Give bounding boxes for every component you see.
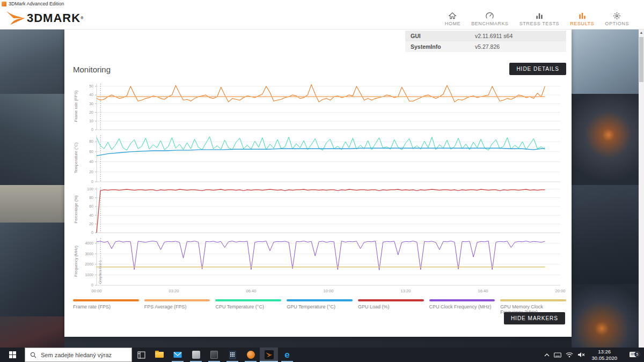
taskbar-app-task-view[interactable] bbox=[132, 348, 150, 362]
legend-label: CPU Temperature (°C) bbox=[215, 304, 281, 309]
chart-percentage: 020406080100Percentage (%) bbox=[72, 184, 567, 235]
legend-item: GPU Load (%) bbox=[358, 299, 424, 315]
svg-text:0: 0 bbox=[91, 283, 93, 287]
windows-logo-icon bbox=[9, 351, 16, 358]
svg-text:4000: 4000 bbox=[85, 241, 93, 245]
legend-item: GPU Temperature (°C) bbox=[287, 299, 353, 315]
monitoring-charts: 01020304050Frame rate (FPS)020406080Temp… bbox=[72, 80, 567, 287]
taskbar-app-gpu-z[interactable] bbox=[205, 348, 223, 362]
hide-markers-button[interactable]: HIDE MARKERS bbox=[504, 312, 565, 324]
nav-home[interactable]: HOME bbox=[445, 11, 460, 26]
svg-text:50: 50 bbox=[89, 84, 93, 88]
info-label: SystemInfo bbox=[405, 43, 475, 50]
hide-details-button[interactable]: HIDE DETAILS bbox=[509, 63, 566, 75]
svg-text:20: 20 bbox=[89, 170, 93, 174]
results-icon bbox=[578, 11, 587, 20]
background-screenshot-tile bbox=[0, 316, 64, 348]
svg-text:2000: 2000 bbox=[85, 262, 93, 266]
nav-options[interactable]: OPTIONS bbox=[605, 11, 629, 26]
background-screenshot-tile bbox=[572, 185, 639, 284]
nav-label: STRESS TESTS bbox=[519, 21, 560, 26]
nav-label: HOME bbox=[445, 21, 460, 26]
taskbar-app-photos[interactable] bbox=[187, 348, 205, 362]
volume-muted-icon[interactable] bbox=[577, 352, 585, 358]
taskbar-app-calculator[interactable] bbox=[223, 348, 241, 362]
svg-text:0: 0 bbox=[91, 128, 93, 131]
window-title-bar: 3DMark Advanced Edition bbox=[0, 0, 644, 8]
legend-color-bar bbox=[73, 299, 139, 301]
legend-color-bar bbox=[358, 299, 424, 301]
system-tray: 13:26 30.05.2020 5 bbox=[544, 348, 644, 362]
workspace: GUIv2.11.6911 s64SystemInfov5.27.826 Mon… bbox=[0, 29, 644, 348]
nav-label: OPTIONS bbox=[605, 21, 629, 26]
action-center-button[interactable]: 5 bbox=[624, 351, 642, 358]
svg-text:80: 80 bbox=[89, 139, 93, 143]
registered-mark: ® bbox=[80, 16, 84, 20]
home-icon bbox=[448, 11, 457, 20]
svg-text:10: 10 bbox=[89, 119, 93, 123]
svg-text:0: 0 bbox=[91, 180, 93, 183]
taskbar-app-mail[interactable] bbox=[169, 348, 187, 362]
chart-legend: Frame rate (FPS)FPS Average (FPS)CPU Tem… bbox=[73, 299, 566, 315]
legend-item: CPU Temperature (°C) bbox=[215, 299, 281, 315]
main-nav: HOMEBENCHMARKSSTRESS TESTSRESULTSOPTIONS bbox=[445, 11, 629, 26]
info-row: SystemInfov5.27.826 bbox=[405, 41, 566, 52]
game-icon bbox=[247, 351, 255, 359]
calculator-icon bbox=[229, 351, 236, 359]
legend-label: Frame rate (FPS) bbox=[73, 304, 139, 309]
nav-results[interactable]: RESULTS bbox=[570, 11, 594, 26]
app-icon bbox=[2, 2, 6, 6]
legend-color-bar bbox=[215, 299, 281, 301]
monitoring-title: Monitoring bbox=[73, 65, 111, 74]
x-tick-label: 10:00 bbox=[324, 289, 334, 293]
logo-text: 3DMARK® bbox=[27, 11, 84, 26]
start-button[interactable] bbox=[0, 348, 25, 362]
nav-label: BENCHMARKS bbox=[471, 21, 509, 26]
svg-text:40: 40 bbox=[89, 213, 93, 217]
legend-item: FPS Average (FPS) bbox=[144, 299, 210, 315]
options-icon bbox=[613, 11, 621, 20]
touch-keyboard-icon[interactable] bbox=[554, 352, 561, 358]
svg-text:30: 30 bbox=[89, 102, 93, 106]
chart-temperature: 020406080Temperature (°C) bbox=[72, 132, 567, 184]
background-screenshot-tile bbox=[0, 94, 64, 185]
screen: 3DMark Advanced Edition 3DMARK® HOMEBENC… bbox=[0, 0, 644, 362]
taskbar-app-edge[interactable]: e bbox=[278, 348, 296, 362]
background-screenshot-tile bbox=[572, 284, 639, 348]
background-screenshot-tile bbox=[572, 29, 639, 94]
info-value: v2.11.6911 s64 bbox=[475, 33, 513, 39]
svg-text:20: 20 bbox=[89, 110, 93, 114]
taskbar-search-input[interactable]: Sem zadejte hledaný výraz bbox=[25, 348, 132, 362]
scrollbar-thumb[interactable] bbox=[639, 37, 643, 82]
legend-color-bar bbox=[500, 299, 566, 301]
task-view-icon bbox=[137, 351, 145, 359]
scrollbar-up-arrow[interactable]: ▲ bbox=[639, 29, 644, 36]
window-title: 3DMark Advanced Edition bbox=[9, 1, 64, 6]
notification-count-badge: 5 bbox=[634, 351, 640, 357]
page-scrollbar[interactable]: ▲ bbox=[639, 29, 644, 348]
clock-date: 30.05.2020 bbox=[591, 355, 617, 361]
taskbar-app-file-explorer[interactable] bbox=[150, 348, 169, 362]
taskbar-app-3dmark[interactable] bbox=[260, 348, 278, 362]
background-screenshot-tile bbox=[572, 94, 639, 185]
benchmarks-icon bbox=[485, 11, 494, 20]
taskbar-app-game[interactable] bbox=[241, 348, 260, 362]
background-screenshot-tile bbox=[64, 337, 572, 348]
search-icon bbox=[30, 352, 36, 358]
3dmark-logo: 3DMARK® bbox=[5, 11, 84, 26]
3dmark-swoosh-icon bbox=[5, 11, 27, 26]
nav-stress-tests[interactable]: STRESS TESTS bbox=[519, 11, 560, 26]
taskbar: Sem zadejte hledaný výraz e 13:26 30.05.… bbox=[0, 348, 644, 362]
legend-color-bar bbox=[429, 299, 495, 301]
chart-x-axis: 00:0003:2006:4010:0013:2016:4020:00 bbox=[72, 287, 567, 295]
info-value: v5.27.826 bbox=[475, 43, 500, 50]
taskbar-clock[interactable]: 13:26 30.05.2020 bbox=[589, 349, 619, 361]
mail-icon bbox=[173, 351, 182, 358]
legend-color-bar bbox=[144, 299, 210, 301]
nav-benchmarks[interactable]: BENCHMARKS bbox=[471, 11, 509, 26]
wifi-icon[interactable] bbox=[566, 352, 573, 358]
svg-text:60: 60 bbox=[89, 204, 93, 208]
tray-chevron-up-icon[interactable] bbox=[544, 353, 550, 357]
x-tick-label: 06:40 bbox=[246, 289, 257, 293]
x-tick-label: 20:00 bbox=[555, 289, 566, 293]
